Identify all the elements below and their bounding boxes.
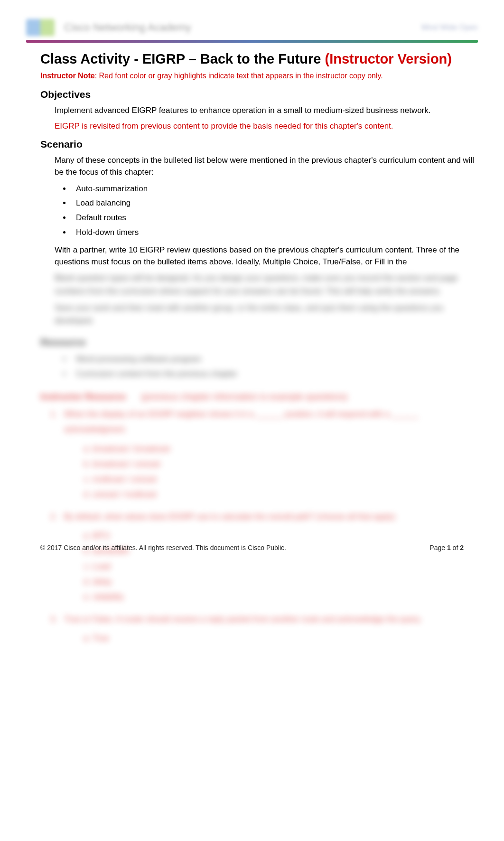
cisco-logo-icon <box>26 19 55 36</box>
blurred-para: Save your work and then meet with anothe… <box>55 301 478 327</box>
choice-item: broadcast / unicast <box>93 457 478 472</box>
choice-list: True <box>93 631 478 646</box>
brand-text: Cisco Networking Academy <box>64 21 191 34</box>
gradient-divider <box>26 40 478 43</box>
scenario-heading: Scenario <box>40 139 478 150</box>
instructor-note: Instructor Note: Red font color or gray … <box>40 72 478 80</box>
instructor-note-text: : Red font color or gray highlights indi… <box>95 72 383 80</box>
question-item: True or False. A router should receive a… <box>59 612 478 646</box>
question-item: By default, what values does EIGRP use t… <box>59 509 478 605</box>
scenario-intro: Many of these concepts in the bulleted l… <box>55 155 478 178</box>
header-tagline: Mind Wide Open <box>421 23 478 32</box>
page-title: Class Activity - EIGRP – Back to the Fut… <box>40 51 478 67</box>
question-item: When the display of an EIGRP neighbor sh… <box>59 407 478 503</box>
locked-content: Blank question types will be designed. A… <box>26 271 478 646</box>
instructor-note-label: Instructor Note <box>40 72 95 80</box>
list-item: Load balancing <box>71 196 478 210</box>
page-header: Cisco Networking Academy Mind Wide Open <box>26 19 478 36</box>
scenario-after: With a partner, write 10 EIGRP review qu… <box>55 244 478 268</box>
question-list: When the display of an EIGRP neighbor sh… <box>59 407 478 646</box>
choice-item: True <box>93 631 478 646</box>
list-item: Hold-down timers <box>71 226 478 240</box>
choice-item: delay <box>93 574 478 589</box>
resource-heading: Resource <box>40 336 478 348</box>
choice-item: Load <box>93 559 478 574</box>
scenario-bullets: Auto-summarization Load balancing Defaul… <box>71 182 478 240</box>
choice-list: MTU bandwidth Load delay reliability <box>93 528 478 605</box>
objectives-heading: Objectives <box>40 89 478 100</box>
title-main: Class Activity - EIGRP – Back to the Fut… <box>40 51 325 66</box>
copyright-text: © 2017 Cisco and/or its affiliates. All … <box>40 544 286 551</box>
choice-list: broadcast / broadcast broadcast / unicas… <box>93 441 478 503</box>
list-item: Curriculum content from the previous cha… <box>71 367 478 381</box>
choice-item: MTU <box>93 528 478 543</box>
list-item: Default routes <box>71 211 478 225</box>
list-item: Auto-summarization <box>71 182 478 196</box>
choice-item: multicast / unicast <box>93 472 478 487</box>
blurred-para: Blank question types will be designed. A… <box>55 271 478 297</box>
choice-item: unicast / multicast <box>93 487 478 502</box>
choice-item: broadcast / broadcast <box>93 441 478 457</box>
page-number: Page 1 of 2 <box>429 544 464 551</box>
resource-bullets: Word processing software program Curricu… <box>71 353 478 381</box>
document-page: Cisco Networking Academy Mind Wide Open … <box>0 0 504 841</box>
objective-red-text: EIGRP is revisited from previous content… <box>55 121 478 132</box>
objective-text: Implement advanced EIGRP features to enh… <box>55 105 478 117</box>
list-item: Word processing software program <box>71 353 478 366</box>
logo-area: Cisco Networking Academy <box>26 19 191 36</box>
choice-item: reliability <box>93 589 478 605</box>
page-footer: © 2017 Cisco and/or its affiliates. All … <box>26 544 478 551</box>
title-suffix: (Instructor Version) <box>325 51 452 66</box>
instructor-resource-heading: Instructor Resource (previous chapter in… <box>40 392 478 402</box>
